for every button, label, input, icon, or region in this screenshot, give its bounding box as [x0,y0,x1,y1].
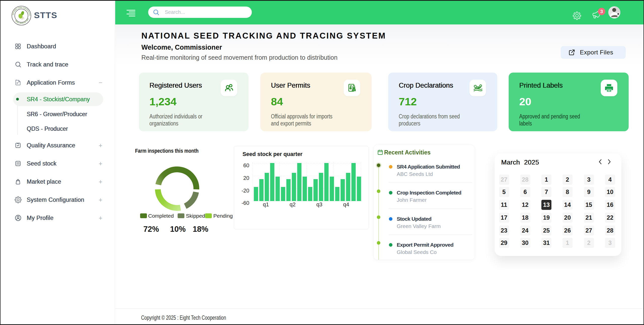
svg-text:-60: -60 [242,200,249,206]
svg-text:q3: q3 [316,202,323,208]
svg-text:20: 20 [243,175,249,181]
svg-text:q1: q1 [263,202,269,208]
svg-text:q4: q4 [343,202,349,208]
svg-text:-20: -20 [242,188,249,194]
svg-text:60: 60 [243,162,249,169]
svg-text:q2: q2 [290,202,296,208]
